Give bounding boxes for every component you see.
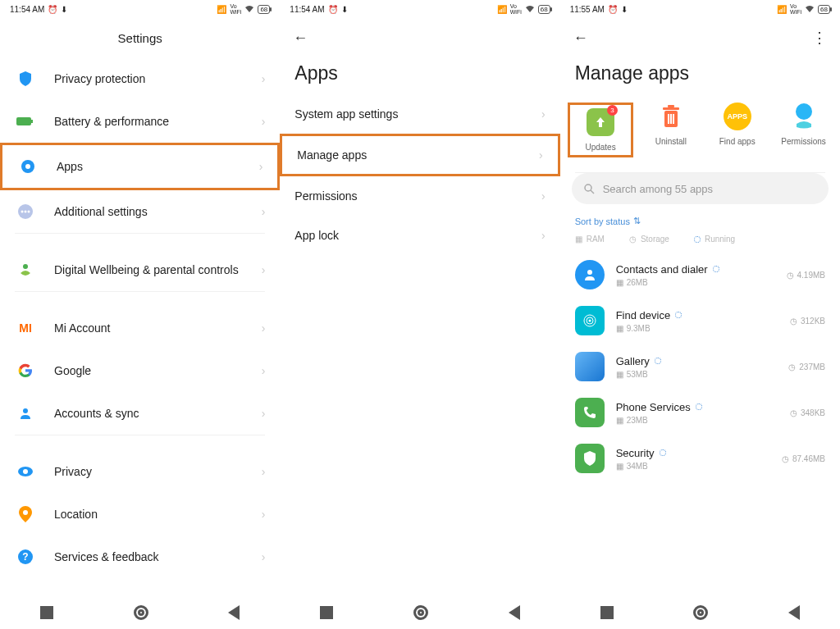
- chevron-right-icon: ›: [541, 229, 546, 242]
- vowifi-icon: VoWiFi: [230, 3, 241, 15]
- dots-icon: [15, 201, 36, 222]
- nav-back[interactable]: [228, 605, 240, 620]
- apps-item-manage-apps[interactable]: Manage apps ›: [282, 138, 557, 172]
- more-button[interactable]: ⋮: [812, 29, 827, 47]
- battery-icon: 68: [538, 5, 550, 14]
- status-time: 11:54 AM: [10, 5, 44, 14]
- svg-rect-17: [668, 105, 674, 107]
- google-icon: [15, 360, 36, 381]
- chevron-right-icon: ›: [262, 321, 266, 335]
- search-placeholder: Search among 55 apps: [603, 183, 713, 195]
- spinner-icon: [675, 312, 682, 318]
- vowifi-icon: VoWiFi: [790, 3, 801, 15]
- settings-item-google[interactable]: Google ›: [0, 349, 280, 392]
- updates-icon: 3: [587, 108, 614, 136]
- nav-home[interactable]: [693, 605, 708, 620]
- header: ←: [280, 18, 559, 57]
- svg-point-21: [796, 103, 812, 120]
- settings-item-mi-account[interactable]: MI Mi Account ›: [0, 307, 280, 349]
- wellbeing-icon: [15, 259, 36, 280]
- settings-item-privacy[interactable]: Privacy ›: [0, 450, 280, 493]
- search-input[interactable]: Search among 55 apps: [572, 173, 829, 204]
- screen-manage-apps: 11:55 AM ⏰ ⬇ 📶 VoWiFi 68 ← ⋮ Manage apps…: [560, 0, 840, 629]
- action-uninstall[interactable]: Uninstall: [642, 103, 700, 157]
- back-button[interactable]: ←: [573, 30, 588, 47]
- filter-storage[interactable]: ◷Storage: [629, 235, 669, 244]
- header: ← ⋮: [560, 18, 840, 57]
- svg-rect-19: [670, 114, 672, 124]
- status-time: 11:54 AM: [290, 5, 324, 14]
- phone-icon: [575, 398, 605, 427]
- battery-icon: [15, 111, 36, 132]
- clock-icon: ◷: [787, 271, 794, 280]
- action-updates[interactable]: 3 Updates: [572, 108, 629, 152]
- settings-item-apps[interactable]: Apps ›: [0, 143, 280, 190]
- sort-icon: ⇅: [633, 216, 641, 226]
- download-icon: ⬇: [341, 5, 348, 14]
- chevron-right-icon: ›: [262, 364, 266, 377]
- apps-item-system-settings[interactable]: System app settings ›: [280, 94, 559, 134]
- svg-rect-16: [663, 107, 679, 110]
- download-icon: ⬇: [621, 5, 628, 14]
- nav-recent[interactable]: [40, 606, 53, 619]
- nav-home[interactable]: [134, 605, 148, 620]
- app-row-security[interactable]: Security ▦34MB ◷87.46MB: [560, 435, 840, 481]
- nav-back[interactable]: [509, 605, 520, 620]
- svg-rect-18: [668, 114, 669, 124]
- svg-point-12: [23, 510, 28, 515]
- action-find-apps[interactable]: APPS Find apps: [709, 103, 766, 157]
- alarm-icon: ⏰: [608, 5, 618, 14]
- app-row-gallery[interactable]: Gallery ▦53MB ◷237MB: [560, 344, 840, 390]
- filter-ram[interactable]: ▦RAM: [575, 235, 605, 244]
- permissions-icon: [790, 103, 818, 130]
- person-icon: [15, 403, 36, 424]
- contacts-icon: [575, 260, 605, 289]
- nav-recent[interactable]: [600, 606, 614, 619]
- signal-icon: 📶: [777, 5, 787, 14]
- status-time: 11:55 AM: [570, 5, 605, 14]
- screen-settings: 11:54 AM ⏰ ⬇ 📶 VoWiFi 68 Settings Privac…: [0, 0, 280, 629]
- settings-item-location[interactable]: Location ›: [0, 493, 280, 536]
- svg-point-3: [25, 164, 30, 169]
- svg-point-24: [587, 270, 592, 275]
- nav-recent[interactable]: [320, 606, 333, 619]
- gallery-icon: [575, 352, 605, 381]
- signal-icon: 📶: [497, 5, 507, 14]
- chip-icon: ▦: [616, 324, 623, 333]
- clock-icon: ◷: [629, 235, 637, 244]
- svg-point-27: [588, 320, 591, 322]
- action-permissions[interactable]: Permissions: [775, 103, 833, 157]
- settings-item-services[interactable]: ? Services & feedback ›: [0, 536, 280, 578]
- apps-item-app-lock[interactable]: App lock ›: [280, 216, 559, 255]
- chevron-right-icon: ›: [262, 508, 266, 521]
- app-row-phone-services[interactable]: Phone Services ▦23MB ◷348KB: [560, 390, 840, 435]
- chevron-right-icon: ›: [262, 465, 266, 478]
- settings-item-wellbeing[interactable]: Digital Wellbeing & parental controls ›: [0, 248, 280, 291]
- settings-item-privacy-protection[interactable]: Privacy protection ›: [0, 57, 280, 100]
- settings-item-additional[interactable]: Additional settings ›: [0, 190, 280, 233]
- page-title: Apps: [280, 57, 559, 94]
- spinner-icon: [655, 358, 661, 364]
- settings-item-accounts-sync[interactable]: Accounts & sync ›: [0, 392, 280, 435]
- nav-bar: [280, 596, 559, 629]
- svg-line-23: [591, 190, 594, 194]
- clock-icon: ◷: [788, 362, 796, 371]
- svg-point-11: [23, 469, 28, 474]
- alarm-icon: ⏰: [328, 5, 338, 14]
- help-icon: ?: [15, 546, 36, 567]
- filter-running[interactable]: Running: [694, 235, 735, 244]
- app-row-contacts[interactable]: Contacts and dialer ▦26MB ◷4.19MB: [560, 252, 840, 298]
- sort-button[interactable]: Sort by status ⇅: [560, 216, 840, 235]
- chevron-right-icon: ›: [262, 72, 266, 85]
- nav-back[interactable]: [788, 605, 800, 620]
- svg-point-8: [23, 264, 28, 269]
- filter-tabs: ▦RAM ◷Storage Running: [560, 235, 840, 252]
- apps-item-permissions[interactable]: Permissions ›: [280, 176, 559, 216]
- back-button[interactable]: ←: [293, 30, 308, 47]
- app-row-find-device[interactable]: Find device ▦9.3MB ◷312KB: [560, 298, 840, 344]
- chevron-right-icon: ›: [539, 148, 543, 162]
- nav-home[interactable]: [413, 605, 428, 620]
- svg-text:?: ?: [22, 551, 28, 563]
- settings-item-battery[interactable]: Battery & performance ›: [0, 100, 280, 143]
- clock-icon: ◷: [782, 454, 789, 463]
